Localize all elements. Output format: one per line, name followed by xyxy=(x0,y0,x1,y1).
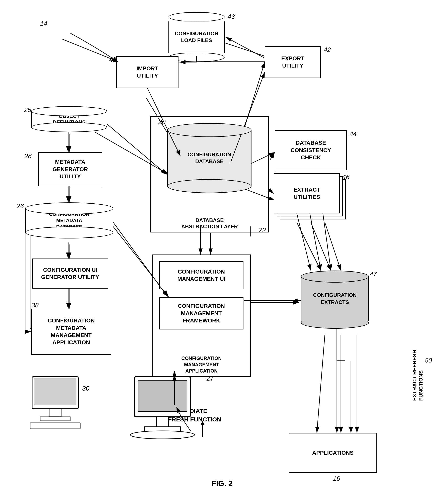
ref-20: 20 xyxy=(158,118,166,126)
database-abstraction-layer-label: DATABASEABSTRACTION LAYER xyxy=(151,217,268,230)
svg-rect-32 xyxy=(30,423,80,429)
svg-marker-34 xyxy=(201,421,205,425)
config-load-files: CONFIGURATION LOAD FILES xyxy=(169,12,225,62)
export-utility: EXPORTUTILITY xyxy=(265,46,321,78)
config-metadata-mgmt: CONFIGURATIONMETADATAMANAGEMENTAPPLICATI… xyxy=(31,309,111,355)
extract-refresh-functions: EXTRACT REFRESHFUNCTIONS xyxy=(411,321,424,401)
ref-30: 30 xyxy=(82,385,89,392)
config-ui-generator: CONFIGURATION UIGENERATOR UTILITY xyxy=(32,258,108,288)
ref-43: 43 xyxy=(228,13,235,20)
config-mgmt-app-label: CONFIGURATIONMANAGEMENTAPPLICATION xyxy=(153,355,250,374)
metadata-generator-label: METADATAGENERATORUTILITY xyxy=(53,158,88,180)
svg-rect-37 xyxy=(156,417,169,427)
ref-22: 22 xyxy=(259,226,266,234)
svg-line-60 xyxy=(323,214,331,270)
config-mgmt-ui: CONFIGURATIONMANAGEMENT UI xyxy=(159,261,243,289)
config-load-files-label: CONFIGURATION LOAD FILES xyxy=(169,30,224,44)
svg-rect-30 xyxy=(49,409,61,417)
svg-line-20 xyxy=(325,222,341,270)
db-consistency-check-label: DATABASECONSISTENCYCHECK xyxy=(290,139,331,161)
config-database-label: CONFIGURATIONDATABASE xyxy=(188,151,231,165)
ref-47: 47 xyxy=(370,270,377,278)
svg-line-62 xyxy=(317,335,325,433)
svg-rect-29 xyxy=(34,379,76,405)
export-utility-label: EXPORTUTILITY xyxy=(281,55,304,70)
database-abstraction-layer-box: DATABASEABSTRACTION LAYER CONFIGURATIOND… xyxy=(150,116,269,233)
config-mgmt-app-box: CONFIGURATIONMANAGEMENT UI CONFIGURATION… xyxy=(153,254,251,377)
config-database: CONFIGURATIONDATABASE xyxy=(167,123,251,199)
svg-line-48 xyxy=(270,190,274,193)
svg-line-18 xyxy=(297,222,321,270)
ref-27: 27 xyxy=(207,375,214,382)
metadata-generator: METADATAGENERATORUTILITY xyxy=(38,152,102,186)
left-computer-icon xyxy=(20,375,90,431)
ref-40: 40 xyxy=(109,56,116,64)
ref-42: 42 xyxy=(324,46,331,54)
import-utility-label: IMPORTUTILITY xyxy=(136,65,158,80)
ref-28: 28 xyxy=(24,152,32,160)
ref-14: 14 xyxy=(40,20,47,27)
svg-line-19 xyxy=(311,222,331,270)
config-metadata-db: CONFIGURATIONMETADATADATABASE xyxy=(25,202,113,245)
ref-25: 25 xyxy=(24,106,31,114)
diagram-container: 14 CONFIGURATION LOAD FILES 43 IMPORTUTI… xyxy=(0,0,444,504)
applications: APPLICATIONS xyxy=(289,433,377,473)
config-mgmt-framework-label: CONFIGURATIONMANAGEMENTFRAMEWORK xyxy=(178,302,225,324)
ref-38: 38 xyxy=(32,302,39,309)
import-utility: IMPORTUTILITY xyxy=(116,56,178,88)
svg-rect-31 xyxy=(40,417,70,421)
ref-46: 46 xyxy=(342,173,349,181)
db-consistency-check: DATABASECONSISTENCYCHECK xyxy=(275,130,347,170)
extract-utilities-label: EXTRACTUTILITIES xyxy=(294,186,320,201)
svg-rect-36 xyxy=(138,380,187,412)
config-extracts-label: CONFIGURATIONEXTRACTS xyxy=(313,291,357,306)
config-metadata-mgmt-label: CONFIGURATIONMETADATAMANAGEMENTAPPLICATI… xyxy=(48,317,95,346)
config-mgmt-framework: CONFIGURATIONMANAGEMENTFRAMEWORK xyxy=(159,297,243,329)
ref-26: 26 xyxy=(17,202,24,210)
object-definitions: OBJECTDEFINITIONS xyxy=(31,106,107,134)
applications-label: APPLICATIONS xyxy=(312,449,354,456)
svg-line-59 xyxy=(310,214,321,270)
extract-utilities: EXTRACTUTILITIES xyxy=(274,173,340,214)
ref-44: 44 xyxy=(349,130,357,138)
center-computer-icon xyxy=(124,375,201,439)
svg-line-46 xyxy=(226,37,265,58)
config-ui-generator-label: CONFIGURATION UIGENERATOR UTILITY xyxy=(41,266,99,281)
svg-point-39 xyxy=(130,431,194,439)
config-mgmt-ui-label: CONFIGURATIONMANAGEMENT UI xyxy=(177,268,225,283)
ref-50: 50 xyxy=(425,357,432,364)
config-extracts: CONFIGURATIONEXTRACTS xyxy=(299,270,367,335)
svg-line-47 xyxy=(270,152,275,160)
svg-line-58 xyxy=(297,214,311,270)
figure-caption: FIG. 2 xyxy=(0,479,444,488)
